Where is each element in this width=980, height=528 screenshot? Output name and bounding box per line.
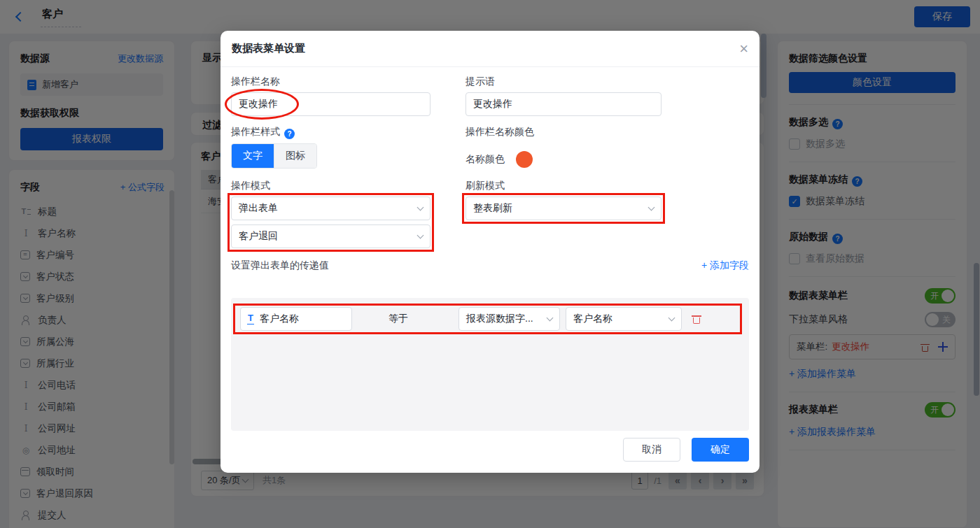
color-swatch[interactable] bbox=[516, 151, 533, 168]
add-field-link[interactable]: + 添加字段 bbox=[701, 259, 749, 272]
source-value: 报表源数据字... bbox=[466, 313, 533, 325]
chevron-down-icon bbox=[668, 315, 676, 322]
tab-icon[interactable]: 图标 bbox=[274, 144, 316, 168]
chevron-down-icon bbox=[547, 315, 554, 322]
confirm-button[interactable]: 确定 bbox=[692, 438, 749, 462]
chevron-down-icon bbox=[417, 204, 424, 211]
value-select[interactable]: 客户名称 bbox=[566, 307, 682, 331]
transfer-field-value[interactable] bbox=[260, 313, 345, 324]
bar-style-tabs: 文字 图标 bbox=[231, 143, 317, 169]
refresh-mode-value: 整表刷新 bbox=[473, 202, 512, 215]
table-menu-settings-dialog: 数据表菜单设置 操作栏名称 提示语 操作栏样式 操作栏名称颜色 bbox=[220, 31, 760, 473]
dialog-title: 数据表菜单设置 bbox=[232, 42, 305, 55]
cancel-button[interactable]: 取消 bbox=[623, 438, 680, 462]
transfer-values-panel: 等于 报表源数据字... 客户名称 bbox=[231, 298, 749, 431]
bar-style-label: 操作栏样式 bbox=[231, 126, 430, 139]
action-name-input[interactable] bbox=[231, 92, 430, 116]
transfer-row: 等于 报表源数据字... 客户名称 bbox=[240, 307, 740, 331]
action-name-label: 操作栏名称 bbox=[231, 76, 430, 88]
value-value: 客户名称 bbox=[573, 313, 612, 325]
text-field-icon bbox=[247, 313, 254, 324]
dialog-scrollbar[interactable] bbox=[761, 34, 766, 98]
name-color-sub-label: 名称颜色 bbox=[465, 153, 505, 166]
action-mode-value: 弹出表单 bbox=[239, 202, 278, 215]
action-mode-label: 操作模式 bbox=[231, 180, 430, 192]
operator-label: 等于 bbox=[388, 313, 408, 325]
refresh-mode-label: 刷新模式 bbox=[465, 180, 662, 192]
action-target-value: 客户退回 bbox=[239, 230, 278, 243]
tooltip-input[interactable] bbox=[465, 92, 662, 116]
action-mode-select[interactable]: 弹出表单 bbox=[231, 197, 430, 220]
refresh-mode-select[interactable]: 整表刷新 bbox=[465, 197, 662, 220]
chevron-down-icon bbox=[417, 232, 424, 239]
close-icon[interactable] bbox=[739, 41, 748, 57]
chevron-down-icon bbox=[648, 204, 655, 211]
transfer-field-input[interactable] bbox=[240, 307, 352, 331]
name-color-label: 操作栏名称颜色 bbox=[465, 126, 662, 139]
app-window: 客户 保存 数据源 更改数据源 新增客户 数据获取权限 报表权限 字段 + 公式… bbox=[0, 0, 980, 528]
source-select[interactable]: 报表源数据字... bbox=[458, 307, 560, 331]
page-scrollbar[interactable] bbox=[974, 263, 979, 396]
transfer-values-label: 设置弹出表单的传递值 bbox=[231, 259, 329, 272]
tooltip-label: 提示语 bbox=[465, 76, 662, 88]
delete-row-icon[interactable] bbox=[692, 314, 701, 324]
tab-text[interactable]: 文字 bbox=[232, 144, 274, 168]
action-target-select[interactable]: 客户退回 bbox=[231, 224, 430, 248]
help-icon[interactable] bbox=[284, 129, 295, 139]
